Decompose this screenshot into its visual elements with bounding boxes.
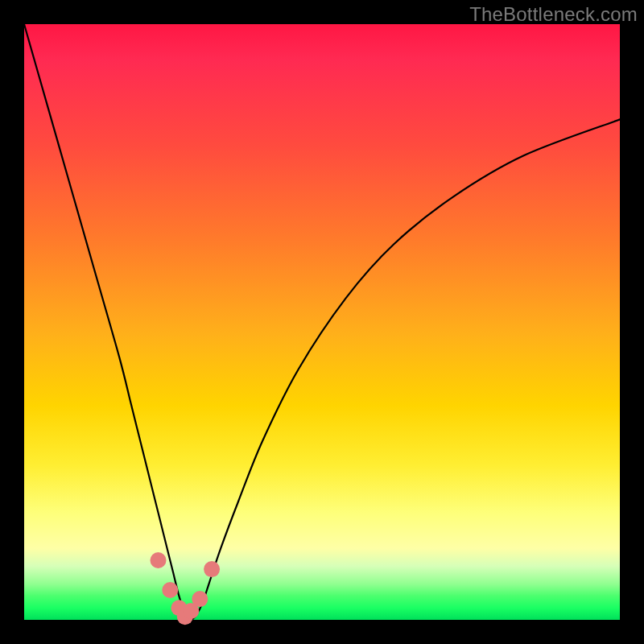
chart-svg <box>24 24 620 620</box>
chart-plot-area <box>24 24 620 620</box>
watermark-label: TheBottleneck.com <box>469 3 638 26</box>
curve-markers <box>151 552 221 625</box>
bottleneck-curve <box>24 24 620 620</box>
curve-marker <box>151 552 167 568</box>
chart-frame: TheBottleneck.com <box>0 0 644 644</box>
curve-marker <box>162 582 178 598</box>
curve-marker <box>192 591 208 607</box>
curve-marker <box>204 561 220 577</box>
